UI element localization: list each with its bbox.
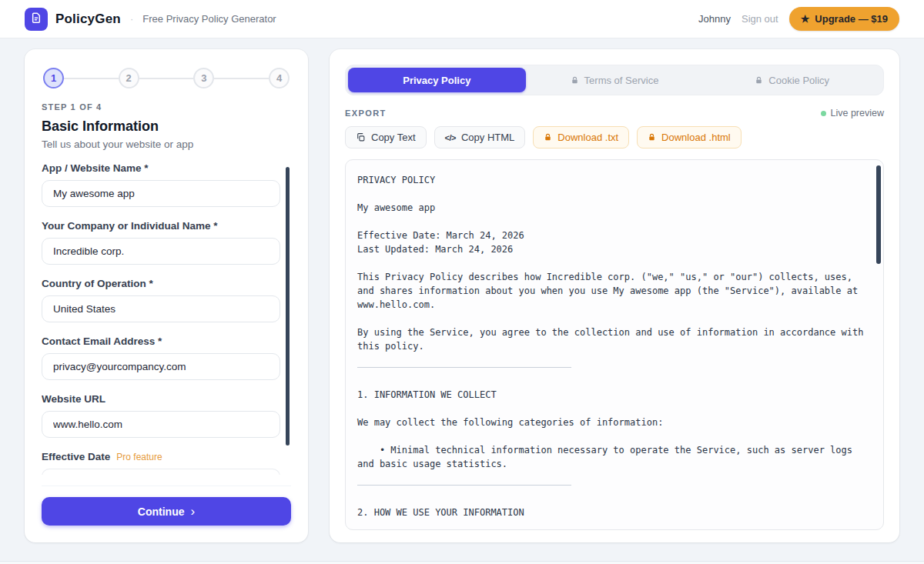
section-divider xyxy=(357,485,571,486)
preview-card: Privacy PolicyTerms of ServiceCookie Pol… xyxy=(330,49,899,542)
app-logo xyxy=(25,8,48,31)
wizard-card: 1234 STEP 1 OF 4 Basic Information Tell … xyxy=(25,49,308,542)
policy-preview: PRIVACY POLICYMy awesome appEffective Da… xyxy=(345,159,884,530)
field-label-row-country-of-operation: Country of Operation * xyxy=(42,278,280,289)
code-icon: </> xyxy=(445,133,456,142)
field-label-country-of-operation: Country of Operation * xyxy=(42,278,153,289)
field-label-your-company-or-individual-name: Your Company or Individual Name * xyxy=(42,220,218,232)
export-button-label: Download .txt xyxy=(557,132,618,143)
signout-link[interactable]: Sign out xyxy=(742,13,778,25)
brand-tagline: Free Privacy Policy Generator xyxy=(142,13,276,25)
step-progress-label: STEP 1 OF 4 xyxy=(42,102,291,112)
download-html-button[interactable]: Download .html xyxy=(637,126,742,149)
lock-icon xyxy=(755,76,763,85)
copy-html-button[interactable]: </>Copy HTML xyxy=(434,126,526,149)
upgrade-label: Upgrade — $19 xyxy=(815,13,888,25)
chevron-right-icon: › xyxy=(190,505,195,518)
tab-terms-of-service[interactable]: Terms of Service xyxy=(526,68,704,92)
field-label-row-website-url: Website URL xyxy=(42,393,280,405)
policy-paragraph: Effective Date: March 24, 2026 Last Upda… xyxy=(357,229,865,256)
input-your-company-or-individual-name[interactable] xyxy=(42,238,280,265)
copy-text-button[interactable]: Copy Text xyxy=(345,126,427,149)
brand-group: PolicyGen · Free Privacy Policy Generato… xyxy=(25,8,276,31)
live-preview-status: Live preview xyxy=(821,108,884,118)
app-header: PolicyGen · Free Privacy Policy Generato… xyxy=(0,0,924,38)
policy-preview-content: PRIVACY POLICYMy awesome appEffective Da… xyxy=(357,173,865,530)
live-preview-label: Live preview xyxy=(831,108,884,118)
download-txt-button[interactable]: Download .txt xyxy=(533,126,629,149)
continue-label: Continue xyxy=(138,506,185,518)
lock-icon xyxy=(648,133,656,142)
step-circle-3[interactable]: 3 xyxy=(193,68,214,88)
input-country-of-operation[interactable] xyxy=(42,295,280,322)
input-effective-date[interactable] xyxy=(42,469,280,475)
page-footer-divider xyxy=(0,561,924,564)
wizard-subtitle: Tell us about your website or app xyxy=(42,138,291,150)
export-heading: EXPORT xyxy=(345,108,387,118)
upgrade-button[interactable]: ★ Upgrade — $19 xyxy=(789,7,899,31)
header-actions: Johnny Sign out ★ Upgrade — $19 xyxy=(698,7,899,31)
brand-name: PolicyGen xyxy=(55,12,121,27)
wizard-title: Basic Information xyxy=(42,118,291,135)
field-label-website-url: Website URL xyxy=(42,393,105,405)
tab-label: Privacy Policy xyxy=(403,75,470,86)
field-label-effective-date: Effective Date xyxy=(42,451,110,462)
lock-icon xyxy=(571,76,579,85)
step-circle-2[interactable]: 2 xyxy=(119,68,139,88)
copy-icon xyxy=(356,132,366,142)
policy-paragraph: • Minimal technical information necessar… xyxy=(357,443,865,471)
wizard-footer: Continue › xyxy=(42,486,291,526)
pro-feature-tag: Pro feature xyxy=(116,452,162,462)
policy-paragraph: 2. HOW WE USE YOUR INFORMATION xyxy=(357,506,865,519)
input-website-url[interactable] xyxy=(42,411,280,438)
continue-button[interactable]: Continue › xyxy=(42,497,291,526)
step-connector xyxy=(64,78,119,79)
tab-cookie-policy[interactable]: Cookie Policy xyxy=(703,68,881,92)
tab-label: Terms of Service xyxy=(584,75,659,86)
section-divider xyxy=(357,367,571,368)
brand-separator: · xyxy=(130,13,133,25)
export-button-label: Copy Text xyxy=(371,132,416,143)
lock-icon xyxy=(544,133,552,142)
policy-paragraph: My awesome app xyxy=(357,201,865,215)
field-label-row-contact-email-address: Contact Email Address * xyxy=(42,335,280,347)
export-header: EXPORT Live preview xyxy=(345,108,884,118)
input-app-website-name[interactable] xyxy=(42,180,280,207)
field-label-row-app-website-name: App / Website Name * xyxy=(42,162,280,174)
input-contact-email-address[interactable] xyxy=(42,353,280,380)
step-circle-4[interactable]: 4 xyxy=(269,68,290,88)
policy-paragraph: We may collect the following categories … xyxy=(357,415,865,429)
main-content: 1234 STEP 1 OF 4 Basic Information Tell … xyxy=(0,38,924,542)
step-connector xyxy=(139,78,194,79)
form-scrollbar-thumb[interactable] xyxy=(286,167,290,446)
policy-paragraph: By using the Service, you agree to the c… xyxy=(357,325,865,353)
field-label-app-website-name: App / Website Name * xyxy=(42,162,149,174)
policy-paragraph: PRIVACY POLICY xyxy=(357,173,865,187)
document-icon xyxy=(30,12,42,27)
document-tabs: Privacy PolicyTerms of ServiceCookie Pol… xyxy=(345,65,884,95)
stepper: 1234 xyxy=(43,68,290,88)
field-label-row-your-company-or-individual-name: Your Company or Individual Name * xyxy=(42,220,280,232)
export-button-label: Copy HTML xyxy=(461,132,514,143)
field-label-row-effective-date: Effective DatePro feature xyxy=(42,451,280,462)
export-buttons: Copy Text</>Copy HTMLDownload .txtDownlo… xyxy=(345,126,884,149)
live-dot-icon xyxy=(821,111,826,116)
preview-scrollbar-thumb[interactable] xyxy=(876,165,881,264)
field-label-contact-email-address: Contact Email Address * xyxy=(42,335,162,347)
policy-paragraph: This Privacy Policy describes how Incred… xyxy=(357,270,865,312)
tab-privacy-policy[interactable]: Privacy Policy xyxy=(348,68,526,92)
policy-paragraph: 1. INFORMATION WE COLLECT xyxy=(357,388,865,402)
form-fields: App / Website Name *Your Company or Indi… xyxy=(42,162,291,475)
star-icon: ★ xyxy=(801,13,810,25)
step-circle-1[interactable]: 1 xyxy=(43,68,64,88)
step-connector xyxy=(214,78,269,79)
export-button-label: Download .html xyxy=(661,132,731,143)
username-label: Johnny xyxy=(698,13,731,25)
tab-label: Cookie Policy xyxy=(768,75,829,86)
